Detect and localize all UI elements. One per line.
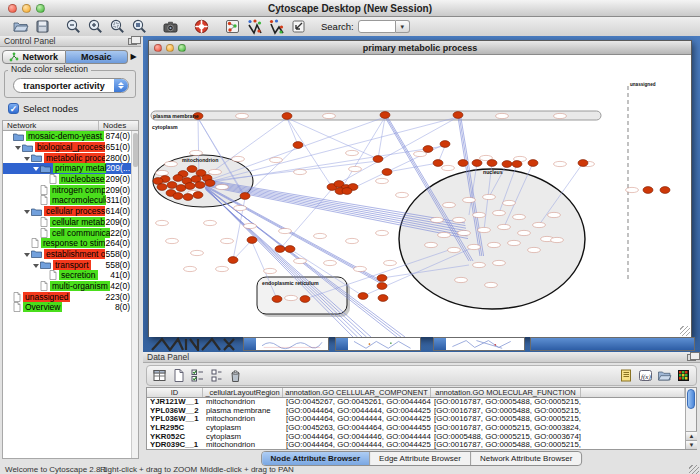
table-header-row: ID_cellularLayoutRegionannotation.GO CEL… xyxy=(147,388,696,398)
net-minimize-icon[interactable] xyxy=(166,44,174,52)
network-window-titlebar[interactable]: primary metabolic process xyxy=(149,41,691,55)
expander-triangle-icon[interactable] xyxy=(23,251,31,257)
network-graph-svg[interactable]: plasma membranecytoplasmmitochondrionnuc… xyxy=(149,56,691,337)
table-row[interactable]: YPL036W__2plasma membrane[GO:0044464, GO… xyxy=(147,407,696,416)
open-attr-file-icon[interactable] xyxy=(657,368,672,383)
leaf-icon xyxy=(49,174,57,184)
layout-b-icon[interactable] xyxy=(268,18,285,35)
folder-icon xyxy=(31,249,42,258)
tree-row-secretion[interactable]: secretion41(0) xyxy=(3,270,138,281)
zoom-in-icon[interactable] xyxy=(87,18,104,35)
help-lifebuoy-icon[interactable] xyxy=(193,18,210,35)
tree-row-label: cell communicat xyxy=(50,228,110,238)
expander-triangle-icon[interactable] xyxy=(32,165,40,171)
data-panel-toolbar: f(x) xyxy=(146,365,697,386)
table-row[interactable]: YPL036W__1mitochondrion[GO:0044464, GO:0… xyxy=(147,415,696,424)
tree-row-unassigned[interactable]: unassigned223(0) xyxy=(3,291,138,302)
tree-row-mosaic-demo-yeast[interactable]: mosaic-demo-yeast874(0) xyxy=(3,131,138,142)
tab-network[interactable]: Network xyxy=(2,50,66,64)
select-attributes-icon[interactable] xyxy=(190,368,205,383)
expander-triangle-icon[interactable] xyxy=(23,155,31,161)
net-close-icon[interactable] xyxy=(154,44,162,52)
tree-row-metabolic-process[interactable]: metabolic process280(0) xyxy=(3,152,138,163)
column-header-2[interactable]: _cellularLayoutRegion xyxy=(203,388,283,397)
data-panel: Data Panel f(x) ID_cellularLayoutRegiona… xyxy=(143,352,700,464)
table-cell: YPL036W__2 xyxy=(147,407,203,416)
tree-row-establishment-of-lo[interactable]: establishment of lo558(0) xyxy=(3,249,138,260)
net-zoom-icon[interactable] xyxy=(178,44,186,52)
expander-triangle-icon[interactable] xyxy=(32,262,40,268)
select-nodes-checkbox[interactable]: ✓ xyxy=(8,103,19,114)
float-panel-icon[interactable] xyxy=(128,38,137,45)
minimized-window-4[interactable] xyxy=(530,337,695,351)
network-view-window[interactable]: primary metabolic process plasma membran… xyxy=(148,40,692,337)
column-header-1[interactable]: ID xyxy=(147,388,203,397)
column-header-3[interactable]: annotation.GO CELLULAR_COMPONENT xyxy=(283,388,431,397)
table-row[interactable]: YKR052Ccytoplasm[GO:0044464, GO:0044446,… xyxy=(147,433,696,442)
minimized-window-3[interactable] xyxy=(433,337,525,351)
tree-row-primary-metabo[interactable]: primary metabo209(... xyxy=(3,163,138,174)
tree-row-response-to-stimulu[interactable]: response to stimulu264(0) xyxy=(3,238,138,249)
import-network-icon[interactable] xyxy=(290,18,307,35)
minimized-window-2[interactable] xyxy=(335,337,421,351)
window-titlebar[interactable]: Cytoscape Desktop (New Session) xyxy=(0,0,700,17)
tree-row-multi-organism-pro[interactable]: multi-organism pro42(0) xyxy=(3,281,138,292)
save-icon[interactable] xyxy=(34,18,51,35)
table-row[interactable]: YJR121W__1mitochondrion[GO:0045267, GO:0… xyxy=(147,398,696,407)
zoom-fit-icon[interactable] xyxy=(131,18,148,35)
delete-attribute-icon[interactable] xyxy=(228,368,243,383)
search-dropdown-icon[interactable]: ▾ xyxy=(396,20,410,33)
layout-a-icon[interactable] xyxy=(246,18,263,35)
import-attributes-icon[interactable] xyxy=(619,368,634,383)
minimized-window-sketch[interactable] xyxy=(150,337,238,351)
zoom-out-icon[interactable] xyxy=(65,18,82,35)
expander-triangle-icon[interactable] xyxy=(23,208,31,214)
network-manager-icon[interactable] xyxy=(224,18,241,35)
tree-row-overview[interactable]: Overview8(0) xyxy=(3,302,138,313)
scroll-up-icon[interactable]: ▲ xyxy=(686,431,697,440)
attribute-table-icon[interactable] xyxy=(152,368,167,383)
tree-row-cell-communicat[interactable]: cell communicat22(0) xyxy=(3,227,138,238)
search-index-icon[interactable] xyxy=(416,18,433,35)
toolbar-group xyxy=(193,18,210,35)
data-panel-float-icon[interactable] xyxy=(687,354,696,361)
unselect-attributes-icon[interactable] xyxy=(209,368,224,383)
scroll-down-icon[interactable]: ▼ xyxy=(686,440,697,449)
expander-triangle-icon[interactable] xyxy=(14,144,22,150)
tab-label: Mosaic xyxy=(81,52,112,62)
tree-row-nitrogen-compo[interactable]: nitrogen compo209(0) xyxy=(3,184,138,195)
tree-scrollbar[interactable] xyxy=(131,131,138,458)
tree-row-cellular-process[interactable]: cellular process614(0) xyxy=(3,206,138,217)
node-color-combobox[interactable]: transporter activity xyxy=(13,78,129,93)
leaf-icon xyxy=(13,292,21,302)
tree-row-macromolecule[interactable]: macromolecule311(0) xyxy=(3,195,138,206)
table-scroll-thumb[interactable] xyxy=(687,389,695,409)
tree-column-nodes[interactable]: Nodes xyxy=(99,121,126,130)
column-header-5[interactable] xyxy=(581,388,685,397)
tree-row-node-count: 209(0) xyxy=(105,174,130,184)
tree-row-transport[interactable]: transport558(0) xyxy=(3,259,138,270)
open-folder-icon[interactable] xyxy=(12,18,29,35)
tree-column-network[interactable]: Network xyxy=(3,121,99,130)
function-builder-icon[interactable]: f(x) xyxy=(638,368,653,383)
window-resize-grip[interactable] xyxy=(689,465,699,474)
tree-row-cellular-metabo[interactable]: cellular metabo209(0) xyxy=(3,217,138,228)
table-cell: [GO:0016787, GO:0005488, GO:0005215, G..… xyxy=(431,407,581,416)
column-header-4[interactable]: annotation.GO MOLECULAR_FUNCTION xyxy=(431,388,581,397)
snapshot-camera-icon[interactable] xyxy=(162,18,179,35)
zoom-region-icon[interactable] xyxy=(109,18,126,35)
tree-row-nucleobase-[interactable]: nucleobase-209(0) xyxy=(3,174,138,185)
tree-row-biological-process[interactable]: biological_process651(0) xyxy=(3,142,138,153)
table-scrollbar[interactable]: ▲ ▼ xyxy=(685,388,696,449)
table-row[interactable]: YDR039C__1mitochondrion[GO:0044464, GO:0… xyxy=(147,441,696,450)
table-cell: [GO:0044464, GO:0044444, GO:0044425, G..… xyxy=(283,407,431,416)
tab-mosaic[interactable]: Mosaic xyxy=(66,50,129,64)
svg-text:endoplasmic reticulum: endoplasmic reticulum xyxy=(262,280,319,286)
new-attribute-icon[interactable] xyxy=(171,368,186,383)
table-row[interactable]: YLR295Ccytoplasm[GO:0045263, GO:0044464,… xyxy=(147,424,696,433)
network-canvas[interactable]: plasma membranecytoplasmmitochondrionnuc… xyxy=(149,56,691,337)
minimized-window-1[interactable] xyxy=(243,337,329,351)
search-input[interactable] xyxy=(358,20,396,33)
heatmap-icon[interactable] xyxy=(676,368,691,383)
tab-overflow-arrow-icon[interactable]: ▶ xyxy=(128,50,139,64)
